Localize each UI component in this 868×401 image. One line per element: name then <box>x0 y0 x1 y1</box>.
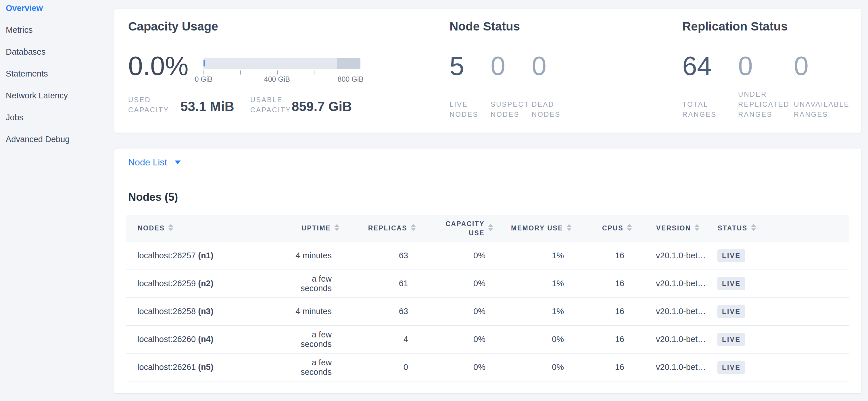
axis-label-0gib: 0 GiB <box>194 75 213 83</box>
stat-value: 5 <box>450 53 491 79</box>
status-cell: LIVE <box>717 269 849 297</box>
sort-icon[interactable] <box>167 223 174 234</box>
stat-value: 0 <box>738 53 794 79</box>
node-list-dropdown-label: Node List <box>128 157 167 168</box>
column-header-capacity-use[interactable]: CAPACITY USE <box>418 215 495 241</box>
sidebar-item-overview[interactable]: Overview <box>6 3 114 25</box>
sort-icon[interactable] <box>488 223 494 234</box>
used-capacity-label: USED CAPACITY <box>128 95 181 115</box>
status-cell: LIVE <box>717 325 849 353</box>
capacity-use-cell: 0% <box>418 325 495 353</box>
capacity-usage-gauge: 0.0% 0 GiB 400 GiB 800 GiB <box>128 53 361 84</box>
usable-capacity-value: 859.7 GiB <box>292 99 352 115</box>
stat-value: 0 <box>794 53 849 79</box>
capacity-usage-section: Capacity Usage 0.0% 0 GiB 400 GiB 800 Gi… <box>128 19 361 115</box>
node-address-cell[interactable]: localhost:26257 (n1) <box>126 241 280 269</box>
table-row[interactable]: localhost:26258 (n3)4 minutes630%1%16v20… <box>126 297 849 325</box>
column-header-replicas[interactable]: REPLICAS <box>341 215 418 241</box>
column-header-memory-use[interactable]: MEMORY USE <box>495 215 574 241</box>
memory-use-cell: 1% <box>495 297 574 325</box>
capacity-used-percent: 0.0% <box>128 53 189 79</box>
stat-under-replicated-ranges: 0UNDER-REPLICATED RANGES <box>738 53 794 119</box>
nodes-table: NODES UPTIME REPLICAS CAPACITY USE MEMOR… <box>126 215 849 381</box>
caret-down-icon <box>175 160 181 165</box>
replication-status-title: Replication Status <box>682 19 849 34</box>
sort-icon[interactable] <box>566 223 572 234</box>
node-address-cell[interactable]: localhost:26259 (n2) <box>126 269 280 297</box>
node-status-title: Node Status <box>450 19 573 34</box>
status-badge: LIVE <box>717 277 745 290</box>
stat-total-ranges: 64TOTAL RANGES <box>682 53 738 119</box>
version-cell: v20.1.0-bet… <box>634 353 717 381</box>
sidebar-item-jobs[interactable]: Jobs <box>6 113 114 135</box>
status-badge: LIVE <box>717 333 745 346</box>
nodes-table-header-row: NODES UPTIME REPLICAS CAPACITY USE MEMOR… <box>126 215 849 241</box>
table-row[interactable]: localhost:26260 (n4)a few seconds40%0%16… <box>126 325 849 353</box>
stat-label: TOTAL RANGES <box>682 87 743 119</box>
stat-label: LIVE NODES <box>450 87 493 119</box>
sort-icon[interactable] <box>626 223 632 234</box>
version-cell: v20.1.0-bet… <box>634 269 717 297</box>
capacity-axis-ticks <box>204 69 361 75</box>
column-header-version[interactable]: VERSION <box>634 215 717 241</box>
sidebar-item-advanced-debug[interactable]: Advanced Debug <box>6 135 114 156</box>
version-cell: v20.1.0-bet… <box>634 241 717 269</box>
stat-live-nodes: 5LIVE NODES <box>450 53 491 119</box>
replicas-cell: 63 <box>341 241 418 269</box>
column-header-status[interactable]: STATUS <box>717 215 849 241</box>
replicas-cell: 0 <box>341 353 418 381</box>
status-cell: LIVE <box>717 353 849 381</box>
cpus-cell: 16 <box>574 325 634 353</box>
table-row[interactable]: localhost:26261 (n5)a few seconds00%0%16… <box>126 353 849 381</box>
stat-value: 0 <box>532 53 573 79</box>
stat-dead-nodes: 0DEAD NODES <box>532 53 573 119</box>
nodes-count-heading: Nodes (5) <box>128 190 861 204</box>
axis-label-400gib: 400 GiB <box>264 75 290 83</box>
column-header-nodes[interactable]: NODES <box>126 215 280 241</box>
capacity-use-cell: 0% <box>418 269 495 297</box>
stat-value: 64 <box>682 53 738 79</box>
cpus-cell: 16 <box>574 297 634 325</box>
used-capacity-value: 53.1 MiB <box>181 99 234 115</box>
stat-label: SUSPECT NODES <box>491 87 534 119</box>
status-badge: LIVE <box>717 361 745 374</box>
uptime-cell: a few seconds <box>280 353 341 381</box>
sidebar-item-statements[interactable]: Statements <box>6 69 114 91</box>
capacity-bar-nonusable-segment <box>337 58 361 69</box>
sort-icon[interactable] <box>334 223 340 234</box>
node-address-cell[interactable]: localhost:26258 (n3) <box>126 297 280 325</box>
sidebar-item-network-latency[interactable]: Network Latency <box>6 91 114 113</box>
uptime-cell: a few seconds <box>280 269 341 297</box>
memory-use-cell: 1% <box>495 241 574 269</box>
sort-icon[interactable] <box>750 223 757 234</box>
sidebar-item-databases[interactable]: Databases <box>6 47 114 69</box>
sidebar-item-metrics[interactable]: Metrics <box>6 25 114 47</box>
version-cell: v20.1.0-bet… <box>634 325 717 353</box>
capacity-use-cell: 0% <box>418 297 495 325</box>
cpus-cell: 16 <box>574 241 634 269</box>
column-header-uptime[interactable]: UPTIME <box>280 215 341 241</box>
uptime-cell: 4 minutes <box>280 241 341 269</box>
table-row[interactable]: localhost:26259 (n2)a few seconds610%1%1… <box>126 269 849 297</box>
status-badge: LIVE <box>717 305 745 318</box>
cpus-cell: 16 <box>574 353 634 381</box>
axis-label-800gib: 800 GiB <box>338 75 364 83</box>
status-cell: LIVE <box>717 297 849 325</box>
stat-suspect-nodes: 0SUSPECT NODES <box>491 53 532 119</box>
replicas-cell: 63 <box>341 297 418 325</box>
sort-icon[interactable] <box>410 223 416 234</box>
status-badge: LIVE <box>717 250 745 262</box>
sort-icon[interactable] <box>694 223 700 234</box>
memory-use-cell: 0% <box>495 353 574 381</box>
memory-use-cell: 0% <box>495 325 574 353</box>
node-list-dropdown[interactable]: Node List <box>128 157 181 168</box>
replicas-cell: 4 <box>341 325 418 353</box>
node-address-cell[interactable]: localhost:26261 (n5) <box>126 353 280 381</box>
node-list-card-header: Node List <box>114 149 861 176</box>
uptime-cell: a few seconds <box>280 325 341 353</box>
node-address-cell[interactable]: localhost:26260 (n4) <box>126 325 280 353</box>
overview-page: OverviewMetricsDatabasesStatementsNetwor… <box>0 0 868 401</box>
capacity-stats: USED CAPACITY 53.1 MiB USABLE CAPACITY 8… <box>128 95 361 115</box>
table-row[interactable]: localhost:26257 (n1)4 minutes630%1%16v20… <box>126 241 849 269</box>
column-header-cpus[interactable]: CPUS <box>574 215 634 241</box>
